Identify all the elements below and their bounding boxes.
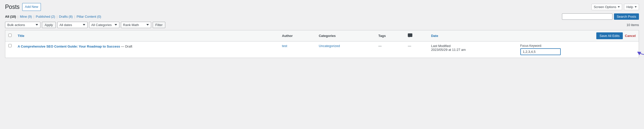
items-count: 10 items	[627, 23, 639, 27]
post-tags-value: —	[378, 44, 382, 48]
focus-keyword-label: Focus Keyword:	[520, 44, 636, 48]
post-author-link[interactable]: test	[282, 44, 287, 48]
arrow-indicator	[637, 49, 644, 56]
filter-sep-4: |	[74, 15, 75, 18]
th-date[interactable]: Date	[428, 30, 517, 41]
add-new-button[interactable]: Add New	[22, 3, 41, 11]
comment-icon	[408, 33, 412, 37]
filter-sep-2: |	[33, 15, 34, 18]
post-tags-cell: —	[375, 41, 405, 58]
table-row: A Comprehensive SEO Content Guide: Your …	[5, 41, 639, 58]
date-info: Last Modified 2023/05/29 at 11:27 am	[431, 44, 514, 52]
posts-table: Title Author Categories Tags Date	[5, 30, 639, 58]
toolbar-left: Bulk actions Edit Move to Trash Apply Al…	[5, 22, 165, 28]
page-title: Posts	[5, 4, 20, 11]
help-label: Help	[626, 5, 633, 9]
top-bar-left: Posts Add New	[5, 3, 41, 11]
post-status: — Draft	[121, 45, 132, 48]
filter-link-drafts[interactable]: Drafts (8)	[59, 15, 73, 18]
save-all-edits-button[interactable]: Save All Edits	[596, 32, 623, 39]
post-author-cell: test	[279, 41, 316, 58]
th-title[interactable]: Title	[15, 30, 279, 41]
filter-sep-1: |	[17, 15, 18, 18]
toolbar-row: Bulk actions Edit Move to Trash Apply Al…	[5, 22, 639, 28]
screen-options-label: Screen Options	[594, 5, 616, 9]
filter-button[interactable]: Filter	[153, 22, 166, 28]
post-categories-cell: Uncategorized	[316, 41, 375, 58]
date-value: 2023/05/29 at 11:27 am	[431, 48, 514, 52]
row-checkbox[interactable]	[8, 44, 12, 47]
th-actions: Save All Edits Cancel	[517, 30, 639, 41]
search-input[interactable]	[562, 13, 612, 20]
th-checkbox	[5, 30, 15, 41]
bulk-actions-select[interactable]: Bulk actions Edit Move to Trash	[5, 22, 40, 28]
post-title-link[interactable]: A Comprehensive SEO Content Guide: Your …	[18, 45, 132, 48]
page-wrapper: Posts Add New Screen Options Help All (1…	[0, 0, 644, 129]
help-button[interactable]: Help	[624, 4, 639, 10]
post-comments-value: —	[408, 44, 411, 48]
cancel-link[interactable]: Cancel	[625, 34, 636, 38]
help-chevron-icon	[635, 6, 637, 8]
filter-link-all[interactable]: All (10)	[5, 15, 16, 18]
search-posts-button[interactable]: Search Posts	[614, 13, 639, 20]
post-category-link[interactable]: Uncategorized	[319, 44, 340, 48]
th-author: Author	[279, 30, 316, 41]
th-tags: Tags	[375, 30, 405, 41]
top-bar-right: Screen Options Help	[592, 4, 639, 10]
focus-keyword-cell: Focus Keyword:	[517, 41, 639, 58]
screen-options-chevron-icon	[618, 6, 620, 8]
th-save-area: Save All Edits Cancel	[520, 32, 636, 39]
top-bar: Posts Add New Screen Options Help	[5, 3, 639, 11]
focus-keyword-input[interactable]	[520, 48, 561, 55]
search-row: Search Posts	[562, 13, 639, 20]
filter-link-mine[interactable]: Mine (9)	[20, 15, 32, 18]
select-all-checkbox[interactable]	[8, 34, 12, 37]
filter-sep-3: |	[57, 15, 57, 18]
filter-links-row: All (10) | Mine (9) | Published (2) | Dr…	[5, 13, 639, 20]
apply-button[interactable]: Apply	[42, 22, 56, 28]
post-title-text: A Comprehensive SEO Content Guide: Your …	[18, 45, 120, 48]
date-label: Last Modified	[431, 44, 514, 48]
post-date-cell: Last Modified 2023/05/29 at 11:27 am	[428, 41, 517, 58]
arrow-icon	[637, 49, 644, 56]
th-comments	[405, 30, 428, 41]
filter-link-pillar[interactable]: Pillar Content (0)	[76, 15, 101, 18]
filter-link-published[interactable]: Published (2)	[36, 15, 55, 18]
screen-options-button[interactable]: Screen Options	[592, 4, 622, 10]
post-title-cell: A Comprehensive SEO Content Guide: Your …	[15, 41, 279, 58]
post-comments-cell: —	[405, 41, 428, 58]
rank-math-select[interactable]: Rank Math	[121, 22, 151, 28]
th-categories: Categories	[316, 30, 375, 41]
all-dates-select[interactable]: All dates	[57, 22, 88, 28]
all-categories-select[interactable]: All Categories	[89, 22, 119, 28]
row-checkbox-cell	[5, 41, 15, 58]
filter-links: All (10) | Mine (9) | Published (2) | Dr…	[5, 15, 101, 18]
